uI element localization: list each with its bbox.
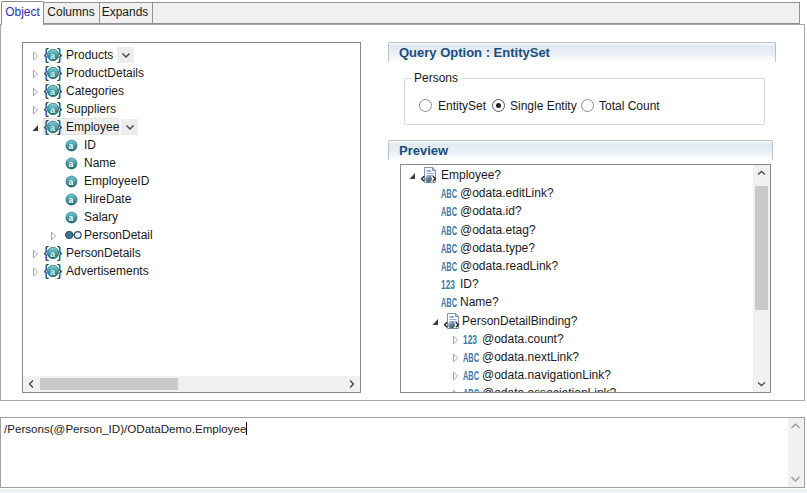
svg-text:ABC: ABC <box>441 296 457 309</box>
svg-text:ABC: ABC <box>441 224 457 237</box>
svg-text:ABC: ABC <box>463 387 479 393</box>
svg-text:ABC: ABC <box>441 205 457 218</box>
svg-text:a: a <box>69 177 74 187</box>
svg-text:ABC: ABC <box>441 187 457 200</box>
svg-text:ABC: ABC <box>463 351 479 364</box>
svg-text:ABC: ABC <box>463 369 479 382</box>
svg-text:ABC: ABC <box>441 242 457 255</box>
svg-text:a: a <box>69 141 74 151</box>
svg-text:123: 123 <box>441 278 455 291</box>
svg-text:123: 123 <box>463 333 477 346</box>
svg-text:a: a <box>69 195 74 205</box>
svg-text:a: a <box>69 213 74 223</box>
svg-text:a: a <box>69 159 74 169</box>
svg-text:ABC: ABC <box>441 260 457 273</box>
